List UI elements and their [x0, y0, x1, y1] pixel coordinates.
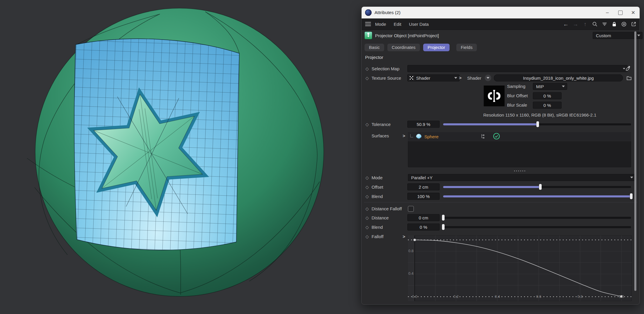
- x-axis-tick-label: 1.0: [619, 295, 624, 299]
- eyedropper-icon[interactable]: [625, 65, 631, 72]
- cinema4d-app-icon: [365, 9, 372, 16]
- mode-value: Parallel +Y: [411, 175, 433, 180]
- keyframe-diamond[interactable]: ◇: [365, 194, 369, 199]
- attributes-window: Attributes (2) – ✕ Mode Edit User Data ←…: [361, 6, 640, 305]
- sampling-dropdown[interactable]: MIP: [533, 83, 567, 90]
- shader-dice-icon: [409, 75, 414, 81]
- enabled-check-icon[interactable]: [493, 132, 500, 141]
- blur-scale-field[interactable]: 0 %: [533, 102, 562, 109]
- falloff-curve-canvas: [408, 236, 632, 301]
- keyframe-diamond[interactable]: ◇: [365, 76, 369, 80]
- texture-type-value: Shader: [416, 76, 430, 81]
- blur-offset-label: Blur Offset: [507, 93, 528, 98]
- distance-falloff-checkbox[interactable]: [408, 206, 414, 212]
- screen: Attributes (2) – ✕ Mode Edit User Data ←…: [0, 0, 644, 314]
- menu-edit[interactable]: Edit: [394, 22, 401, 27]
- offset-value-field[interactable]: 2 cm: [407, 183, 440, 190]
- distance-label: Distance: [372, 215, 389, 220]
- surfaces-label: Surfaces: [372, 133, 389, 138]
- popout-icon[interactable]: [631, 21, 637, 27]
- offset-slider[interactable]: [443, 183, 631, 191]
- tab-bar: Basic Coordinates Projector Fields: [365, 44, 479, 51]
- x-axis-tick-label: 0.0: [412, 295, 417, 299]
- shader-link-label: Shader: [467, 76, 481, 81]
- mode-dropdown[interactable]: Parallel +Y: [408, 174, 635, 181]
- scrollbar[interactable]: [634, 31, 636, 291]
- surfaces-list[interactable]: Sphere: [408, 132, 631, 167]
- keyframe-diamond[interactable]: ◇: [365, 175, 369, 180]
- texture-preview-thumbnail[interactable]: [483, 86, 505, 106]
- window-title: Attributes (2): [374, 10, 401, 15]
- keyframe-diamond[interactable]: ◇: [365, 66, 369, 71]
- close-button[interactable]: ✕: [627, 7, 640, 18]
- tolerance-slider[interactable]: [443, 120, 631, 128]
- x-axis-tick-label: 0.2: [453, 295, 458, 299]
- selection-map-field[interactable]: [407, 65, 628, 72]
- folder-icon[interactable]: [626, 75, 632, 82]
- hamburger-icon[interactable]: [365, 21, 371, 27]
- target-icon[interactable]: [621, 21, 627, 27]
- tab-basic[interactable]: Basic: [365, 44, 384, 51]
- maximize-button[interactable]: [614, 7, 627, 18]
- shader-options-button[interactable]: [485, 75, 491, 81]
- chevron-right-icon[interactable]: >: [459, 75, 462, 80]
- minimize-button[interactable]: –: [601, 7, 614, 18]
- sphere-object-icon: [416, 133, 422, 140]
- blur-scale-label: Blur Scale: [507, 103, 527, 107]
- tab-coordinates[interactable]: Coordinates: [387, 44, 420, 51]
- tab-fields[interactable]: Fields: [456, 44, 477, 51]
- shader-filename-field[interactable]: Insydium_2018_icon_only_white.jpg: [494, 74, 623, 81]
- forward-icon[interactable]: →: [572, 21, 579, 27]
- texture-type-dropdown[interactable]: Shader: [407, 74, 460, 81]
- hierarchy-icon[interactable]: [480, 133, 486, 140]
- menu-user-data[interactable]: User Data: [409, 22, 429, 27]
- keyframe-diamond[interactable]: ◇: [365, 216, 369, 220]
- blend2-value-field[interactable]: 0 %: [407, 223, 440, 231]
- falloff-curve-editor[interactable]: 0.00.20.40.60.81.00.80.4: [408, 236, 632, 301]
- surfaces-expand-chevron[interactable]: >: [403, 133, 405, 138]
- blend-value-field[interactable]: 100 %: [407, 193, 440, 200]
- tolerance-label: Tolerance: [372, 122, 391, 127]
- x-axis-tick-label: 0.4: [495, 295, 500, 299]
- menu-bar: Mode Edit User Data ← → ↑: [362, 18, 640, 30]
- panel-resize-handle[interactable]: [408, 170, 631, 172]
- up-icon[interactable]: ↑: [582, 21, 588, 27]
- blend-slider[interactable]: [443, 192, 631, 200]
- back-icon[interactable]: ←: [563, 21, 569, 27]
- search-icon[interactable]: [592, 21, 598, 27]
- projected-texture-patch: [74, 39, 239, 250]
- keyframe-diamond[interactable]: ◇: [365, 185, 369, 189]
- section-title: Projector: [365, 55, 383, 60]
- x-axis-tick-label: 0.8: [577, 295, 582, 299]
- blend-label: Blend: [372, 194, 383, 199]
- surfaces-list-item[interactable]: Sphere: [408, 132, 631, 141]
- distance-value-field[interactable]: 0 cm: [407, 214, 440, 221]
- y-axis-tick-label: 0.4: [408, 272, 413, 276]
- menu-mode[interactable]: Mode: [375, 22, 386, 27]
- texture-source-label: Texture Source: [372, 76, 401, 81]
- tab-projector[interactable]: Projector: [423, 44, 450, 51]
- preset-value: Custom: [596, 33, 611, 38]
- blend2-slider[interactable]: [443, 223, 631, 231]
- blend2-label: Blend: [372, 225, 383, 230]
- divider: [364, 202, 637, 202]
- x-axis-tick-label: 0.6: [536, 295, 541, 299]
- mode-label: Mode: [372, 175, 383, 180]
- keyframe-diamond[interactable]: ◇: [365, 225, 369, 229]
- filter-icon[interactable]: [601, 21, 608, 27]
- projector-object-icon: [365, 32, 372, 39]
- surface-item-name: Sphere: [424, 134, 438, 139]
- resolution-info: Resolution 1150 x 1160, RGB (8 Bit), sRG…: [483, 112, 596, 117]
- tolerance-value-field[interactable]: 50.9 %: [407, 121, 440, 128]
- keyframe-diamond[interactable]: ◇: [365, 207, 369, 211]
- lock-icon[interactable]: [611, 21, 617, 27]
- distance-slider[interactable]: [443, 214, 631, 221]
- falloff-expand-chevron[interactable]: >: [403, 234, 405, 239]
- offset-label: Offset: [372, 185, 383, 190]
- selection-map-label: Selection Map: [372, 66, 399, 71]
- blur-offset-field[interactable]: 0 %: [533, 92, 562, 99]
- keyframe-diamond[interactable]: ◇: [365, 234, 369, 239]
- window-titlebar: Attributes (2) – ✕: [362, 7, 640, 18]
- object-title: Projector Object [mtPointProject]: [375, 33, 439, 38]
- keyframe-diamond[interactable]: ◇: [365, 122, 369, 127]
